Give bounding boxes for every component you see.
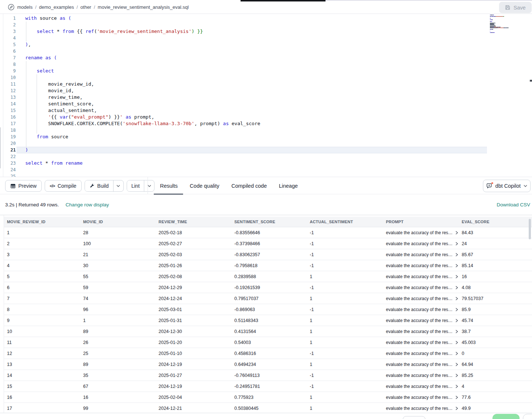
line-number: 20 [3, 140, 16, 147]
code-line[interactable]: 12 movie_id, [3, 87, 532, 94]
breadcrumb-item[interactable]: demo_examples [39, 4, 74, 10]
prompt-cell[interactable]: evaluate the accuracy of the res… [386, 395, 462, 400]
code-line[interactable]: 23select * from rename [3, 160, 532, 167]
download-csv-link[interactable]: Download CSV [496, 202, 530, 207]
prompt-cell[interactable]: evaluate the accuracy of the res… [386, 351, 462, 356]
table-cell: 17 [7, 406, 83, 411]
prompt-cell[interactable]: evaluate the accuracy of the res… [386, 384, 462, 389]
code-line[interactable]: 14 sentiment_score, [3, 101, 532, 107]
chevron-right-icon[interactable] [455, 330, 458, 333]
change-row-display-link[interactable]: Change row display [66, 202, 109, 207]
breadcrumb-item[interactable]: other [81, 4, 92, 10]
chevron-right-icon[interactable] [455, 231, 458, 235]
line-number: 24 [3, 167, 16, 173]
code-line[interactable]: 17 SNOWFLAKE.CORTEX.COMPLETE('snowflake-… [3, 120, 532, 127]
table-cell: 1 [7, 230, 83, 235]
chevron-right-icon[interactable] [455, 385, 458, 388]
sql-code-editor[interactable]: 1with source as (23 select * from {{ ref… [3, 14, 532, 177]
code-line[interactable]: 9 select [3, 68, 532, 74]
bottom-right-pill-button[interactable] [523, 414, 532, 419]
table-row: 8962025-03-01-0.869063-1evaluate the acc… [4, 304, 532, 315]
lint-dropdown-chevron[interactable] [144, 180, 154, 191]
code-line[interactable]: 2 [3, 22, 532, 28]
code-line[interactable]: 19 from source [3, 134, 532, 140]
lint-button[interactable]: Lint [127, 180, 144, 191]
code-line[interactable]: 22 [3, 153, 532, 160]
bottom-pill-button[interactable] [403, 416, 425, 419]
chevron-right-icon[interactable] [455, 341, 458, 344]
chevron-right-icon[interactable] [455, 308, 458, 311]
chevron-right-icon[interactable] [455, 264, 458, 268]
chevron-right-icon[interactable] [455, 407, 458, 410]
code-line[interactable]: 13 review_time, [3, 94, 532, 101]
code-line[interactable]: 7rename as ( [3, 55, 532, 61]
chevron-right-icon[interactable] [455, 253, 458, 257]
code-line[interactable]: 16 '{{ var("eval_prompt") }}' as prompt, [3, 114, 532, 120]
code-line[interactable]: 11 movie_review_id, [3, 81, 532, 87]
table-row: 16162025-02-040.7759231evaluate the accu… [4, 392, 532, 403]
minimap[interactable] [490, 15, 525, 35]
code-line[interactable]: 6 [3, 48, 532, 55]
table-scrollbar-thumb[interactable] [529, 219, 531, 239]
edit-circle-icon[interactable] [8, 4, 15, 11]
tab-code-quality[interactable]: Code quality [190, 177, 219, 195]
chevron-right-icon[interactable] [455, 374, 458, 377]
prompt-text: evaluate the accuracy of the res… [386, 296, 453, 301]
code-line[interactable]: 1with source as ( [3, 15, 532, 22]
compile-button[interactable]: </> Compile [45, 180, 82, 192]
prompt-cell[interactable]: evaluate the accuracy of the res… [386, 285, 462, 290]
chevron-right-icon[interactable] [455, 363, 458, 366]
eval-score-cell: 84.43 [462, 230, 532, 235]
prompt-cell[interactable]: evaluate the accuracy of the res… [386, 340, 462, 345]
prompt-cell[interactable]: evaluate the accuracy of the res… [386, 263, 462, 268]
chevron-right-icon[interactable] [455, 286, 458, 289]
prompt-cell[interactable]: evaluate the accuracy of the res… [386, 230, 462, 235]
table-cell: 100 [83, 241, 159, 246]
build-dropdown-chevron[interactable] [113, 180, 123, 191]
prompt-cell[interactable]: evaluate the accuracy of the res… [386, 307, 462, 312]
code-text: '{{ var("eval_prompt") }}' as prompt, [25, 114, 154, 120]
breadcrumb-item[interactable]: movie_review_sentiment_analysis_eval.sql [98, 4, 189, 10]
preview-button[interactable]: Preview [5, 180, 42, 192]
code-line[interactable]: 8 [3, 61, 532, 68]
panel-resize-handle[interactable] [0, 127, 1, 168]
table-cell: -0.24951781 [234, 384, 310, 389]
tab-lineage[interactable]: Lineage [279, 177, 298, 195]
prompt-cell[interactable]: evaluate the accuracy of the res… [386, 252, 462, 257]
prompt-cell[interactable]: evaluate the accuracy of the res… [386, 373, 462, 378]
code-line[interactable]: 3 select * from {{ ref('movie_review_sen… [3, 28, 532, 35]
editor-scrollbar-marker[interactable] [530, 80, 532, 82]
bottom-green-pill-button[interactable] [492, 414, 520, 419]
prompt-cell[interactable]: evaluate the accuracy of the res… [386, 241, 462, 246]
prompt-cell[interactable]: evaluate the accuracy of the res… [386, 296, 462, 301]
chevron-right-icon[interactable] [455, 352, 458, 355]
tab-results[interactable]: Results [160, 177, 178, 195]
dbt-copilot-button[interactable]: dbt Copilot [483, 180, 531, 192]
code-line[interactable]: 24 [3, 167, 532, 173]
chevron-right-icon[interactable] [455, 275, 458, 278]
prompt-cell[interactable]: evaluate the accuracy of the res… [386, 362, 462, 367]
eval-score-cell: 85.67 [462, 252, 532, 257]
code-line[interactable]: 20 [3, 140, 532, 147]
code-line[interactable]: 10 [3, 74, 532, 81]
code-line[interactable]: 25 [3, 173, 532, 177]
chevron-right-icon[interactable] [455, 242, 458, 246]
code-line[interactable]: 21) [3, 147, 532, 153]
prompt-cell[interactable]: evaluate the accuracy of the res… [386, 329, 462, 334]
prompt-cell[interactable]: evaluate the accuracy of the res… [386, 406, 462, 411]
code-text: movie_review_id, [25, 81, 94, 87]
chevron-right-icon[interactable] [455, 319, 458, 322]
breadcrumb-item[interactable]: models [17, 4, 33, 10]
save-button[interactable]: Save [499, 2, 532, 13]
code-line[interactable]: 5), [3, 41, 532, 48]
code-line[interactable]: 18 [3, 127, 532, 134]
chevron-right-icon[interactable] [455, 297, 458, 300]
tab-compiled-code[interactable]: Compiled code [231, 177, 267, 195]
chevron-right-icon[interactable] [455, 396, 458, 399]
code-line[interactable]: 15 actual_sentiment, [3, 107, 532, 114]
prompt-cell[interactable]: evaluate the accuracy of the res… [386, 318, 462, 323]
build-button[interactable]: Build [85, 180, 113, 191]
code-line[interactable]: 4 [3, 35, 532, 41]
prompt-cell[interactable]: evaluate the accuracy of the res… [386, 274, 462, 279]
table-cell: 8 [7, 307, 83, 312]
